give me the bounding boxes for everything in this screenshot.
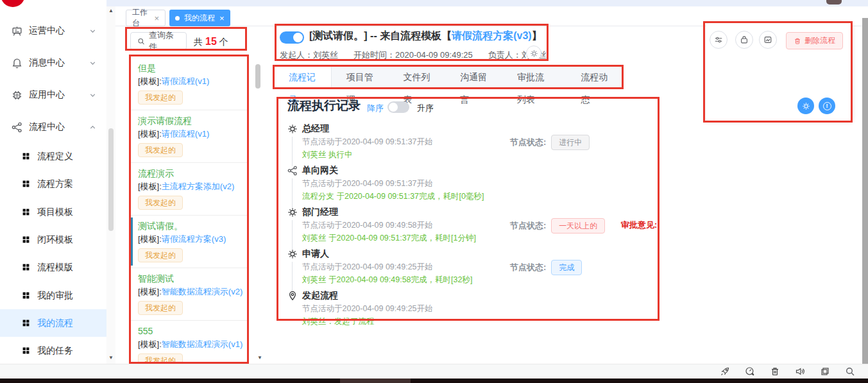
sidebar: 运营中心 消息中心 应用中心 流程中心 流程定义 流程方案 项目模	[0, 0, 106, 364]
search-icon[interactable]	[845, 366, 855, 377]
list-item[interactable]: 但是 [模板]:请假流程(v1) 我发起的	[130, 58, 249, 110]
item-template: [模板]:请假流程方案(v3)	[138, 234, 249, 244]
sidebar-item-my-approvals[interactable]: 我的审批	[0, 282, 109, 309]
close-icon[interactable]: ×	[154, 14, 159, 22]
info-fab-button[interactable]: !	[819, 98, 835, 114]
node-result: 刘英丝：发起了流程	[302, 316, 660, 327]
settings-fab-button[interactable]	[797, 98, 814, 114]
item-tag: 我发起的	[138, 301, 183, 315]
sidebar-item-closedloop-template[interactable]: 闭环模板	[0, 226, 109, 253]
grid-icon	[22, 180, 30, 188]
close-icon[interactable]: ×	[219, 14, 225, 22]
archive-button[interactable]	[735, 31, 753, 49]
gauge-plus-icon[interactable]	[745, 366, 755, 377]
selected-indicator-bar	[130, 217, 133, 266]
avatar[interactable]	[826, 0, 842, 4]
trash-icon[interactable]	[770, 366, 780, 377]
item-title: 但是	[138, 63, 249, 74]
filter-settings-button[interactable]	[710, 31, 728, 49]
template-link[interactable]: 请假流程(v1)	[162, 76, 209, 86]
timeline-entry: 单向网关 节点活动于2020-04-09 09:51:37开始 流程分支 于20…	[287, 165, 660, 201]
sidebar-item-flow-template[interactable]: 流程模版	[0, 253, 109, 281]
template-link[interactable]: 请假流程(v1)	[162, 129, 209, 139]
sidebar-item-my-flows[interactable]: 我的流程	[0, 309, 109, 337]
top-tab-my-flows[interactable]: 我的流程 ×	[169, 10, 230, 26]
sidebar-scrollbar-thumb[interactable]	[108, 128, 114, 231]
sidebar-group-label: 运营中心	[29, 25, 65, 37]
start-time-value: 2020-04-09 09:49:25	[395, 50, 473, 60]
toggle-knob	[389, 103, 398, 112]
start-time-label: 开始时间：	[353, 50, 395, 60]
search-icon	[137, 37, 145, 46]
sidebar-item-my-tasks[interactable]: 我的任务	[0, 337, 109, 364]
sidebar-item-flow-definition[interactable]: 流程定义	[0, 142, 109, 170]
item-template: [模板]:智能数据流程演示(v2)	[138, 287, 249, 297]
timeline-entry: 申请人 节点活动于2020-04-09 09:49:25开始 刘英丝 于2020…	[287, 248, 660, 285]
sort-desc-label[interactable]: 降序	[367, 103, 384, 114]
list-item[interactable]: 流程演示 [模板]:主流程方案添加(v2) 我发起的	[130, 163, 249, 216]
chevron-down-icon	[89, 91, 97, 99]
sort-asc-label[interactable]: 升序	[417, 103, 434, 114]
chevron-down-icon	[89, 27, 97, 35]
timeline-connector	[292, 220, 293, 250]
flow-title-end: 】	[532, 30, 542, 41]
chevron-up-icon	[89, 123, 97, 132]
chevron-down-icon	[89, 59, 97, 67]
sidebar-group-flow-center[interactable]: 流程中心	[0, 113, 106, 141]
diagram-view-button[interactable]	[759, 31, 777, 49]
template-link[interactable]: 请假流程方案(v3)	[162, 234, 226, 244]
speaker-icon[interactable]	[795, 366, 805, 377]
node-activity: 节点活动于2020-04-09 09:51:37开始	[302, 137, 660, 147]
sort-order-toggle[interactable]	[387, 101, 409, 113]
rocket-icon[interactable]	[720, 366, 730, 377]
template-label: [模板]:	[138, 339, 162, 349]
scroll-down-icon[interactable]: ▼	[255, 355, 264, 361]
tab-communication[interactable]: 沟通留言	[445, 66, 502, 89]
sidebar-item-label: 流程定义	[37, 151, 73, 162]
image-chart-icon	[763, 35, 772, 44]
sidebar-item-project-template[interactable]: 项目模板	[0, 198, 109, 226]
delete-flow-button[interactable]: 删除流程	[786, 32, 843, 49]
tab-flow-activity[interactable]: 流程动态	[566, 66, 623, 89]
sidebar-group-label: 消息中心	[29, 57, 65, 69]
sidebar-group-messages[interactable]: 消息中心	[0, 49, 106, 77]
node-result: 刘英丝 执行中	[302, 149, 660, 160]
status-badge: 一天以上的	[551, 218, 605, 234]
total-count: 共15个	[194, 36, 228, 48]
list-item[interactable]: 演示请假流程 [模板]:请假流程(v1) 我发起的	[130, 110, 249, 163]
scroll-up-icon[interactable]: ▲	[106, 8, 115, 13]
sidebar-item-label: 流程方案	[37, 178, 73, 190]
sidebar-item-flow-scheme[interactable]: 流程方案	[0, 170, 109, 198]
tab-project-management[interactable]: 项目管理	[332, 66, 389, 89]
sidebar-group-operations[interactable]: 运营中心	[0, 17, 106, 45]
window-scrollbar[interactable]	[862, 18, 868, 379]
list-scrollbar-thumb[interactable]	[255, 64, 260, 89]
list-item[interactable]: 智能测试 [模板]:智能数据流程演示(v2) 我发起的	[130, 268, 249, 321]
query-conditions-button[interactable]: 查询条件	[130, 32, 187, 50]
tab-approval-flow-list[interactable]: 审批流列表	[502, 66, 566, 89]
list-item-selected[interactable]: 测试请假。 [模板]:请假流程方案(v3) 我发起的	[130, 216, 249, 268]
tab-file-list[interactable]: 文件列表	[388, 66, 445, 89]
flow-template-link[interactable]: 请假流程方案(v3)	[452, 30, 531, 41]
flow-enabled-toggle[interactable]	[280, 31, 304, 44]
chip-icon	[12, 90, 22, 101]
template-link[interactable]: 智能数据流程演示(v1)	[162, 339, 243, 349]
scroll-down-icon[interactable]: ▼	[106, 355, 115, 361]
tab-flow-record[interactable]: 流程记录	[274, 66, 332, 89]
process-list: 但是 [模板]:请假流程(v1) 我发起的 演示请假流程 [模板]:请假流程(v…	[130, 58, 249, 373]
sidebar-group-label: 应用中心	[29, 89, 65, 101]
node-activity: 节点活动于2020-04-09 09:49:58开始	[302, 220, 660, 230]
status-label: 节点状态:	[510, 262, 546, 273]
flow-title: [测试请假。] -- 来自流程模板【请假流程方案(v3)】	[309, 30, 542, 43]
layers-icon[interactable]	[820, 366, 830, 377]
detail-tabbar: 流程记录 项目管理 文件列表 沟通留言 审批流列表 流程动态	[273, 65, 624, 89]
info-icon: !	[823, 102, 831, 110]
node-status: 节点状态: 完成	[510, 260, 582, 275]
template-link[interactable]: 主流程方案添加(v2)	[162, 182, 234, 191]
top-tab-workbench[interactable]: 工作台 ×	[126, 10, 166, 26]
template-link[interactable]: 智能数据流程演示(v2)	[162, 287, 243, 296]
sidebar-group-apps[interactable]: 应用中心	[0, 81, 106, 109]
grid-icon	[22, 208, 30, 216]
node-name: 申请人	[302, 248, 660, 259]
flow-settings-button[interactable]	[526, 46, 541, 61]
